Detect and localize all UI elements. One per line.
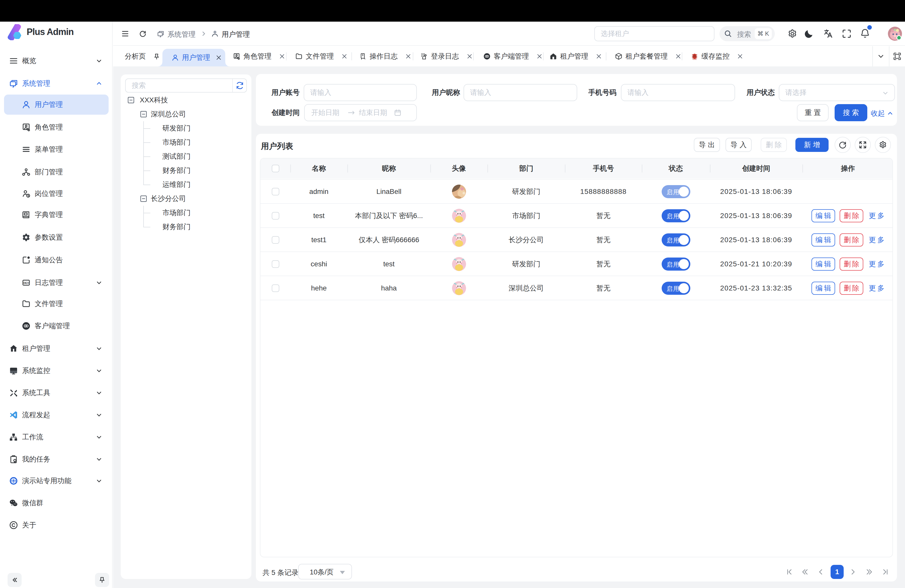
svg-text:DEV: DEV (23, 281, 29, 284)
svg-text:redis: redis (692, 58, 697, 60)
